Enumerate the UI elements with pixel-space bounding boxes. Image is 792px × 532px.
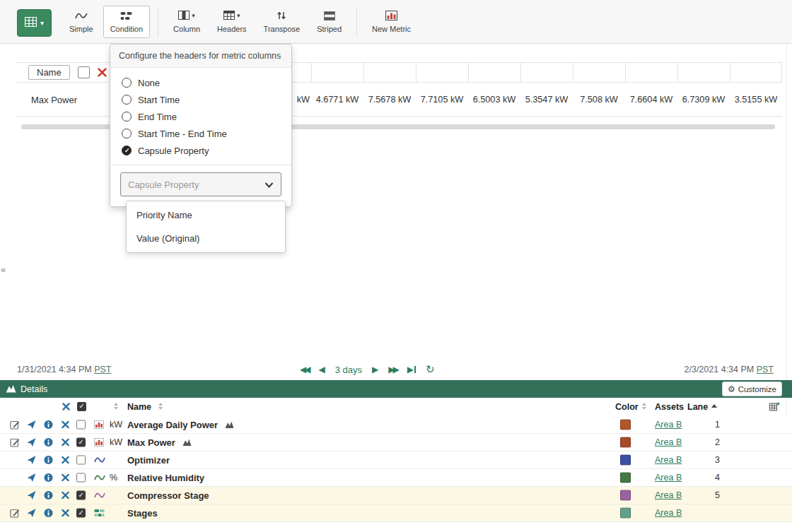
info-icon[interactable]	[44, 491, 53, 500]
edit-icon[interactable]	[10, 420, 20, 430]
toolbar-button-striped[interactable]: Striped	[310, 6, 349, 38]
sort-ascending-icon[interactable]	[711, 404, 717, 408]
details-row[interactable]: OptimizerArea B3	[0, 451, 792, 469]
table-view-button[interactable]: ▾	[17, 9, 52, 37]
caret-down-icon: ▾	[40, 19, 44, 27]
remove-icon[interactable]	[62, 456, 69, 464]
header-option-start-time-end-time[interactable]: Start Time - End Time	[122, 125, 280, 142]
lane-column-header[interactable]: Lane	[687, 402, 708, 412]
menu-item-priority-name[interactable]: Priority Name	[127, 203, 285, 227]
name-column-header[interactable]: Name	[28, 65, 70, 80]
info-icon[interactable]	[44, 438, 53, 447]
timezone-link[interactable]: PST	[94, 365, 111, 374]
radio-icon[interactable]	[122, 78, 132, 88]
send-icon[interactable]	[27, 509, 36, 518]
header-option-none[interactable]: None	[122, 74, 280, 91]
details-row[interactable]: %Relative HumidityArea B4	[0, 469, 792, 487]
send-icon[interactable]	[27, 473, 36, 483]
details-row[interactable]: kWMax PowerArea B2	[0, 434, 792, 451]
item-name[interactable]: Max Power	[127, 437, 192, 448]
remove-icon[interactable]	[62, 474, 69, 482]
header-checkbox[interactable]	[78, 66, 90, 78]
info-icon[interactable]	[44, 473, 53, 483]
details-row[interactable]: StagesArea B	[0, 504, 792, 522]
toolbar-button-headers[interactable]: ▾ Headers	[210, 6, 254, 38]
color-swatch[interactable]	[620, 455, 631, 466]
menu-item-value-original-[interactable]: Value (Original)	[127, 227, 285, 250]
radio-icon[interactable]	[122, 95, 132, 105]
send-icon[interactable]	[27, 420, 36, 430]
header-option-end-time[interactable]: End Time	[122, 108, 280, 125]
remove-icon[interactable]	[62, 421, 69, 429]
row-checkbox[interactable]	[76, 438, 86, 447]
header-option-capsule-property[interactable]: Capsule Property	[122, 142, 280, 159]
toolbar-button-transpose[interactable]: Transpose	[257, 6, 308, 38]
item-name[interactable]: Compressor Stage	[127, 490, 209, 501]
item-name[interactable]: Optimizer	[127, 455, 170, 466]
info-icon[interactable]	[44, 420, 53, 430]
color-swatch[interactable]	[620, 473, 631, 483]
info-icon[interactable]	[44, 456, 53, 465]
radio-icon[interactable]	[122, 129, 132, 138]
edit-icon[interactable]	[10, 508, 20, 518]
row-checkbox[interactable]	[76, 509, 86, 518]
step-forward-much-icon[interactable]: ▶▶	[388, 365, 397, 374]
customize-button[interactable]: ⚙ Customize	[722, 382, 782, 396]
row-checkbox[interactable]	[76, 491, 86, 500]
step-back-much-icon[interactable]: ◀◀	[300, 365, 308, 374]
add-column-icon[interactable]	[769, 402, 780, 413]
toolbar-button-new-metric[interactable]: New Metric	[365, 6, 418, 38]
asset-link[interactable]: Area B	[655, 490, 682, 500]
toolbar-button-condition[interactable]: Condition	[103, 6, 150, 38]
asset-link[interactable]: Area B	[655, 455, 682, 465]
refresh-icon[interactable]: ↻	[426, 363, 435, 376]
table-grid-icon	[25, 17, 37, 30]
timezone-link[interactable]: PST	[757, 365, 774, 374]
toolbar-button-column[interactable]: ▾ Column	[166, 6, 207, 38]
sort-name-control[interactable]	[158, 403, 163, 410]
asset-link[interactable]: Area B	[655, 473, 682, 483]
color-swatch[interactable]	[620, 420, 631, 430]
remove-icon[interactable]	[62, 439, 69, 447]
item-name[interactable]: Stages	[127, 508, 158, 519]
asset-link[interactable]: Area B	[655, 508, 682, 518]
send-icon[interactable]	[27, 491, 36, 500]
step-to-end-icon[interactable]: ▶	[407, 365, 416, 374]
remove-all-icon[interactable]	[62, 403, 70, 413]
item-name[interactable]: Average Daily Power	[127, 420, 234, 430]
metric-value-cell: 7.6604 kW	[625, 95, 677, 105]
row-checkbox[interactable]	[76, 420, 86, 430]
header-option-start-time[interactable]: Start Time	[122, 91, 280, 108]
step-back-icon[interactable]: ◀	[318, 365, 325, 374]
item-name[interactable]: Relative Humidity	[127, 473, 204, 483]
color-swatch[interactable]	[620, 508, 631, 519]
collapse-panel-handle[interactable]: «	[1, 264, 6, 275]
radio-icon[interactable]	[122, 112, 132, 122]
step-forward-icon[interactable]: ▶	[372, 365, 378, 374]
remove-column-icon[interactable]	[98, 68, 107, 77]
details-row[interactable]: kWAverage Daily PowerArea B1	[0, 416, 792, 434]
remove-icon[interactable]	[62, 492, 69, 500]
asset-link[interactable]: Area B	[655, 420, 682, 430]
color-column-header[interactable]: Color	[615, 402, 639, 412]
send-icon[interactable]	[27, 456, 36, 465]
select-all-checkbox[interactable]	[77, 402, 86, 411]
color-swatch[interactable]	[620, 437, 631, 448]
send-icon[interactable]	[27, 438, 36, 447]
details-row[interactable]: Compressor StageArea B5	[0, 487, 792, 504]
sort-color-control[interactable]	[642, 403, 646, 410]
name-column-header[interactable]: Name	[127, 402, 151, 412]
color-swatch[interactable]	[620, 490, 631, 501]
toolbar-button-simple[interactable]: Simple	[62, 6, 100, 38]
asset-link[interactable]: Area B	[655, 437, 682, 447]
remove-icon[interactable]	[62, 509, 69, 517]
info-icon[interactable]	[44, 509, 53, 518]
assets-column-header[interactable]: Assets	[655, 402, 684, 412]
row-checkbox[interactable]	[76, 456, 86, 465]
edit-icon[interactable]	[10, 437, 20, 447]
duration-label[interactable]: 3 days	[335, 365, 362, 375]
row-checkbox[interactable]	[76, 473, 86, 483]
sort-type-control[interactable]	[114, 403, 118, 410]
radio-checked-icon[interactable]	[122, 146, 132, 155]
capsule-property-select[interactable]: Capsule Property	[120, 172, 281, 196]
